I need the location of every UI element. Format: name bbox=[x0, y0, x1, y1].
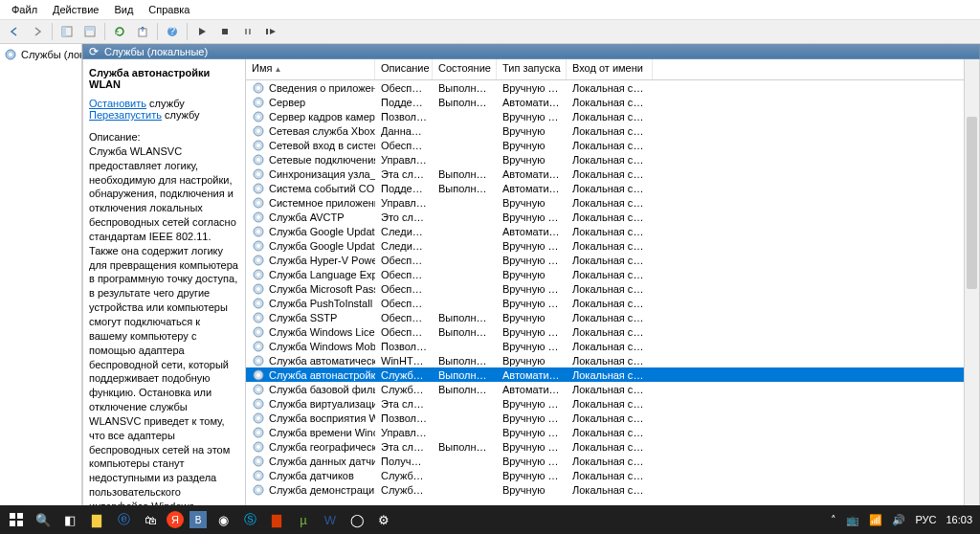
table-row[interactable]: Служба Hyper-V PowerShe...Обеспечи...Вру… bbox=[246, 253, 964, 267]
svg-rect-1 bbox=[62, 27, 66, 36]
table-row[interactable]: Служба датчиковСлужба се...Вручную (ак..… bbox=[246, 468, 964, 482]
browser-icon[interactable]: ◯ bbox=[346, 509, 368, 530]
utorrent-icon[interactable]: µ bbox=[293, 509, 314, 530]
panel-button-1[interactable] bbox=[56, 21, 78, 42]
service-gear-icon bbox=[252, 225, 265, 238]
stop-link[interactable]: Остановить bbox=[89, 98, 146, 109]
settings-icon[interactable]: ⚙ bbox=[373, 509, 394, 530]
table-row[interactable]: Служба времени WindowsУправляет...Вручну… bbox=[246, 425, 964, 439]
service-gear-icon bbox=[252, 354, 265, 367]
skype-icon[interactable]: Ⓢ bbox=[239, 509, 260, 530]
play-button[interactable] bbox=[191, 21, 212, 42]
tray-clock[interactable]: 16:03 bbox=[946, 514, 972, 525]
forward-button[interactable] bbox=[27, 21, 48, 42]
cell-startup: Вручную (ак... bbox=[497, 82, 567, 94]
vk-icon[interactable]: В bbox=[189, 511, 207, 528]
table-row[interactable]: Служба автонастройки W...Служба W...Выпо… bbox=[246, 367, 964, 382]
cell-startup: Вручную (ак... bbox=[497, 470, 567, 481]
table-row[interactable]: Служба Google Update (gu...Следите за...… bbox=[246, 224, 964, 238]
cell-name: Служба Google Update (gu... bbox=[269, 226, 375, 237]
cell-startup: Вручную bbox=[497, 125, 567, 137]
table-row[interactable]: Служба Windows Mobile H...Позволяет...Вр… bbox=[246, 339, 964, 353]
svg-point-18 bbox=[256, 115, 260, 119]
yandex-icon[interactable]: Я bbox=[167, 511, 184, 528]
store-icon[interactable]: 🛍 bbox=[140, 509, 161, 530]
menu-help[interactable]: Справка bbox=[141, 2, 197, 17]
cell-name: Служба автонастройки W... bbox=[269, 369, 375, 381]
start-button[interactable] bbox=[6, 509, 27, 530]
table-row[interactable]: СерверПоддерж...ВыполняетсяАвтоматиче...… bbox=[246, 95, 964, 109]
service-gear-icon bbox=[252, 282, 265, 296]
table-row[interactable]: Сервер кадров камеры Wi...Позволяет...Вр… bbox=[246, 109, 964, 123]
cell-name: Служба Windows Mobile H... bbox=[269, 341, 375, 352]
table-row[interactable]: Служба Microsoft PassportОбеспечи...Вруч… bbox=[246, 281, 964, 296]
table-row[interactable]: Служба Windows License ...Обеспечи...Вып… bbox=[246, 324, 964, 339]
col-startup-type[interactable]: Тип запуска bbox=[497, 59, 567, 79]
table-row[interactable]: Системное приложение C...Управлен...Вруч… bbox=[246, 195, 964, 210]
scrollbar[interactable] bbox=[964, 59, 979, 534]
task-view-icon[interactable]: ◧ bbox=[59, 509, 80, 530]
list-body[interactable]: Сведения о приложенииОбеспечи...Выполняе… bbox=[246, 80, 964, 534]
tray-wifi-icon[interactable]: 📶 bbox=[869, 514, 882, 526]
tree-root[interactable]: Службы (локальны bbox=[2, 46, 79, 63]
table-row[interactable]: Служба PushToInstall Wind...Обеспечи...В… bbox=[246, 296, 964, 310]
table-row[interactable]: Служба восприятия Wind...Позволяет...Вру… bbox=[246, 411, 964, 425]
export-button[interactable] bbox=[132, 21, 153, 42]
table-row[interactable]: Служба AVCTPЭто служб...Вручную (ак...Ло… bbox=[246, 210, 964, 224]
word-icon[interactable]: W bbox=[320, 509, 341, 530]
tray-cast-icon[interactable]: 📺 bbox=[846, 514, 859, 526]
cell-logon: Локальная сис... bbox=[567, 140, 653, 151]
refresh-button[interactable] bbox=[109, 21, 130, 42]
search-icon[interactable]: 🔍 bbox=[33, 509, 54, 530]
edge-icon[interactable]: ⓔ bbox=[113, 509, 134, 530]
restart-link[interactable]: Перезапустить bbox=[89, 109, 162, 121]
cell-description: Обеспечи... bbox=[375, 298, 433, 309]
menu-view[interactable]: Вид bbox=[106, 2, 141, 17]
table-row[interactable]: Система событий COM+Поддерж...Выполняетс… bbox=[246, 181, 964, 195]
col-logon[interactable]: Вход от имени bbox=[567, 59, 653, 79]
col-name[interactable]: Имя▲ bbox=[246, 59, 375, 79]
services-icon bbox=[4, 48, 17, 61]
table-row[interactable]: Синхронизация узла_3318...Эта служб...Вы… bbox=[246, 167, 964, 181]
cell-logon: Локальная сис... bbox=[567, 456, 653, 467]
office-icon[interactable]: ▇ bbox=[266, 509, 287, 530]
table-row[interactable]: Служба данных датчиковПолучени...Вручную… bbox=[246, 454, 964, 468]
tray-chevron-icon[interactable]: ˄ bbox=[831, 514, 836, 526]
pause-button[interactable] bbox=[237, 21, 258, 42]
svg-point-34 bbox=[256, 230, 260, 234]
chrome-icon[interactable]: ◉ bbox=[212, 509, 234, 530]
svg-point-46 bbox=[256, 316, 260, 320]
table-row[interactable]: Сведения о приложенииОбеспечи...Выполняе… bbox=[246, 80, 964, 95]
table-row[interactable]: Служба SSTPОбеспечи...ВыполняетсяВручную… bbox=[246, 310, 964, 324]
table-row[interactable]: Служба виртуализации уд...Эта служб...Вр… bbox=[246, 396, 964, 411]
table-row[interactable]: Сетевая служба Xbox LiveДанная слу...Вру… bbox=[246, 123, 964, 138]
cell-description: Эта служб... bbox=[375, 441, 433, 453]
restart-button[interactable] bbox=[260, 21, 281, 42]
reload-icon[interactable]: ⟳ bbox=[89, 45, 99, 58]
explorer-icon[interactable]: ▇ bbox=[86, 509, 107, 530]
stop-button[interactable] bbox=[214, 21, 235, 42]
menu-action[interactable]: Действие bbox=[45, 2, 106, 17]
scrollbar-thumb[interactable] bbox=[967, 117, 977, 289]
menu-file[interactable]: Файл bbox=[4, 2, 45, 17]
tray-volume-icon[interactable]: 🔊 bbox=[892, 514, 905, 526]
table-row[interactable]: Служба автоматического ...WinHTTP ...Вып… bbox=[246, 353, 964, 367]
back-button[interactable] bbox=[4, 21, 25, 42]
table-row[interactable]: Служба географического ...Эта служб...Вы… bbox=[246, 439, 964, 454]
table-row[interactable]: Служба базовой фильтра...Служба ба...Вып… bbox=[246, 382, 964, 396]
help-button[interactable]: ? bbox=[162, 21, 183, 42]
table-row[interactable]: Сетевые подключенияУправляет...ВручнуюЛо… bbox=[246, 152, 964, 167]
tray-lang[interactable]: РУС bbox=[915, 514, 936, 525]
table-row[interactable]: Служба Google Update (gu...Следите за...… bbox=[246, 238, 964, 253]
table-row[interactable]: Служба Language Experien...Обеспечи...Вр… bbox=[246, 267, 964, 281]
service-gear-icon bbox=[252, 139, 265, 152]
svg-point-36 bbox=[256, 244, 260, 248]
cell-logon: Локальная сис... bbox=[567, 125, 653, 137]
col-state[interactable]: Состояние bbox=[433, 59, 497, 79]
panel-button-2[interactable] bbox=[79, 21, 100, 42]
col-description[interactable]: Описание bbox=[375, 59, 433, 79]
table-row[interactable]: Служба демонстрации ма...Служба де...Вру… bbox=[246, 482, 964, 497]
cell-startup: Вручную bbox=[497, 140, 567, 151]
service-gear-icon bbox=[252, 455, 265, 468]
table-row[interactable]: Сетевой вход в системуОбеспечи...Вручную… bbox=[246, 138, 964, 152]
